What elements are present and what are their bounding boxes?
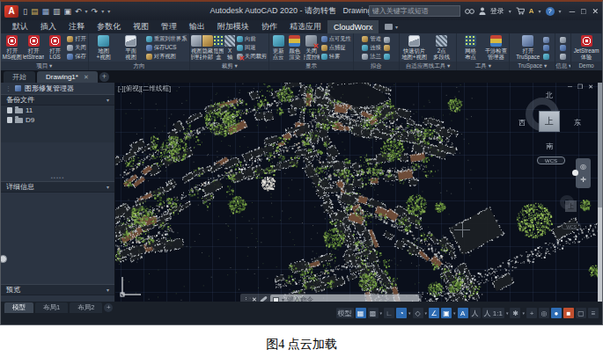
viewcube-top-face[interactable]: 上 [539, 111, 560, 132]
backup-files-header[interactable]: 备份文件▾ [1, 94, 114, 106]
status-isodraft-caret-icon[interactable]: ▾ [425, 310, 428, 316]
ribbon-button-关闭[interactable]: 关闭 [67, 44, 86, 52]
details-header[interactable]: 详细信息▾ [1, 181, 114, 193]
new-layout-button[interactable]: + [104, 303, 113, 312]
ribbon-button-关闭裁剪[interactable]: 关闭裁剪 [237, 53, 267, 61]
cart-icon[interactable] [516, 7, 525, 15]
backup-item-D9[interactable]: D9 [1, 115, 114, 125]
pan-icon[interactable]: ✛ [580, 176, 586, 184]
ribbon-button-法兰[interactable]: 法兰 [362, 53, 381, 61]
tab-model[interactable]: 模型 [4, 302, 33, 313]
panel-label-信息[interactable]: 信息 ▾ [555, 62, 570, 70]
qat-menu-caret-icon[interactable]: ▾ [107, 7, 110, 16]
ribbon-button-打开LGS[interactable]: 打开LGS [45, 34, 65, 62]
status-snap-mode-caret-icon[interactable]: ▾ [380, 310, 383, 316]
viewport-minimize-icon[interactable]: ─ [568, 84, 572, 91]
ribbon-tab-输出[interactable]: 输出 [183, 20, 211, 33]
undo-icon[interactable]: ↶ [75, 7, 82, 16]
panel-grip-icon[interactable]: ⋮ [5, 85, 11, 92]
panel-label-TruSpace[interactable]: TruSpace ▾ [510, 62, 555, 70]
tab-layout1[interactable]: 布局1 [35, 302, 68, 313]
search-input[interactable] [369, 5, 460, 17]
wcs-dropdown[interactable]: WCS [537, 157, 565, 164]
new-file-icon[interactable]: ▯ [23, 7, 27, 16]
help-button[interactable]: ? [546, 7, 555, 16]
file-tab-close-icon[interactable]: ✕ [84, 74, 89, 81]
ribbon-icon-button[interactable] [543, 45, 549, 51]
ribbon-button-轻雾[interactable]: 轻雾 [321, 53, 351, 61]
viewcube-west-label[interactable]: 西 [518, 118, 526, 127]
ribbon-button-向前[interactable]: 向前 [237, 35, 267, 43]
ribbon-button-2点多段线[interactable]: 2点多段线 [429, 34, 455, 62]
ribbon-button-打开MS视图[interactable]: 打开MS视图 [2, 34, 22, 62]
new-drawing-button[interactable]: + [99, 72, 109, 82]
ribbon-icon-button[interactable] [560, 54, 566, 60]
ribbon-tab-附加模块[interactable]: 附加模块 [211, 20, 255, 33]
panel-label-自适应画线工具[interactable]: 自适应画线工具 ▾ [400, 62, 457, 70]
ribbon-button-连接[interactable]: 连接 [362, 44, 381, 52]
search-binoculars-icon[interactable] [465, 7, 474, 15]
status-hardware-accel-icon[interactable]: ■ [563, 308, 574, 318]
status-autoscale-icon[interactable]: 人 [470, 308, 481, 318]
tab-layout2[interactable]: 布局2 [70, 302, 102, 313]
ribbon-icon-button[interactable] [384, 37, 390, 43]
ribbon-tab-CloudWorx[interactable]: CloudWorx [327, 20, 379, 33]
ribbon-tab-精选应用[interactable]: 精选应用 [283, 20, 327, 33]
status-workspace-icon[interactable]: ✱ [510, 308, 520, 318]
scrollbar-thumb[interactable] [598, 83, 602, 207]
backup-item-11[interactable]: 11 [1, 106, 114, 115]
signin-caret-icon[interactable]: ▾ [509, 8, 511, 14]
viewcube[interactable]: 上 北 南 东 西 [521, 93, 577, 149]
ribbon-icon-button[interactable] [560, 37, 566, 43]
ribbon-button-打开JetStream[interactable]: 打开JetStream [23, 34, 43, 62]
panel-label-工具[interactable]: 工具 ▾ [457, 62, 509, 70]
viewport-controls-label[interactable]: [-][俯视][二维线框] [118, 84, 171, 93]
ribbon-button-范围盒[interactable]: 范围盒 [214, 34, 224, 62]
user-icon[interactable] [479, 7, 486, 15]
ribbon-button-JetStream体验[interactable]: JetStream体验 [573, 34, 599, 62]
navbar-handle[interactable] [572, 170, 578, 176]
save-icon[interactable]: ▦ [41, 7, 49, 16]
share-button[interactable]: A [529, 7, 534, 15]
ribbon-button-地图+视图[interactable]: 地图+视图 [91, 34, 117, 62]
model-viewport[interactable]: [-][俯视][二维线框] ─ ❐ ✕ 上 北 南 东 西 WCS ◎ ✛ [115, 83, 602, 304]
ribbon-tab-插入[interactable]: 插入 [34, 20, 63, 33]
status-snap-mode-icon[interactable]: ▩ [368, 308, 379, 318]
viewport-scrollbar[interactable] [598, 83, 602, 304]
plot-icon[interactable]: ▣ [64, 7, 72, 16]
ribbon-tab-注释[interactable]: 注释 [63, 20, 91, 33]
ribbon-button-点捕捉[interactable]: 点捕捉 [321, 44, 351, 52]
ribbon-button-快速切片地图+视图[interactable]: 快速切片地图+视图 [401, 34, 428, 62]
status-annotation-scale-caret-icon[interactable]: ▾ [506, 310, 509, 316]
ribbon-button-管道[interactable]: 管道 [362, 35, 381, 43]
status-annotation-scale-icon[interactable]: 人 1:1 [482, 308, 504, 318]
ribbon-button-干涉检查管理器[interactable]: 干涉检查管理器 [483, 34, 508, 62]
ribbon-tab-默认[interactable]: 默认 [6, 20, 34, 33]
autocad-logo-icon[interactable]: A [4, 5, 18, 18]
open-folder-icon[interactable]: ▤ [31, 7, 39, 16]
ribbon-button-回退[interactable]: 回退 [237, 44, 267, 52]
viewcube-north-label[interactable]: 北 [546, 91, 553, 100]
status-customize-icon[interactable]: + [526, 308, 537, 318]
viewcube-east-label[interactable]: 东 [574, 118, 581, 127]
ribbon-button-打开[interactable]: 打开 [67, 35, 86, 43]
viewport-restore-icon[interactable]: ❐ [577, 84, 583, 91]
navigation-bar[interactable]: ◎ ✛ [576, 158, 591, 188]
ribbon-button-重置到世界系[interactable]: 重置到世界系 [146, 35, 188, 43]
ribbon-button-更新点云[interactable]: 更新点云 [270, 34, 286, 62]
status-osnap-icon[interactable]: ▣ [441, 308, 452, 318]
status-clean-screen-icon[interactable]: ▢ [576, 308, 586, 318]
preview-header[interactable]: 预览▾ [1, 284, 114, 295]
status-polar-tracking-icon[interactable]: ◔ [396, 308, 407, 318]
steering-wheel-icon[interactable]: ◎ [580, 163, 586, 171]
share-caret-icon[interactable]: ▾ [539, 8, 541, 14]
close-button[interactable]: ✕ [592, 7, 599, 16]
minimize-button[interactable]: ─ [570, 7, 575, 16]
ribbon-button-隐藏外部[interactable]: 隐藏外部 [202, 34, 213, 62]
ribbon-icon-button[interactable] [543, 54, 549, 60]
ribbon-button-颜色渲染[interactable]: 颜色渲染 [287, 34, 303, 62]
mini-wcs-dropdown[interactable]: WCS [562, 223, 581, 229]
ribbon-button-平面视图[interactable]: 平面视图 [118, 34, 144, 62]
panel-label-裁剪[interactable]: 裁剪 ▾ [190, 62, 268, 70]
panel-label-项目[interactable]: 项目 ▾ [1, 62, 88, 70]
